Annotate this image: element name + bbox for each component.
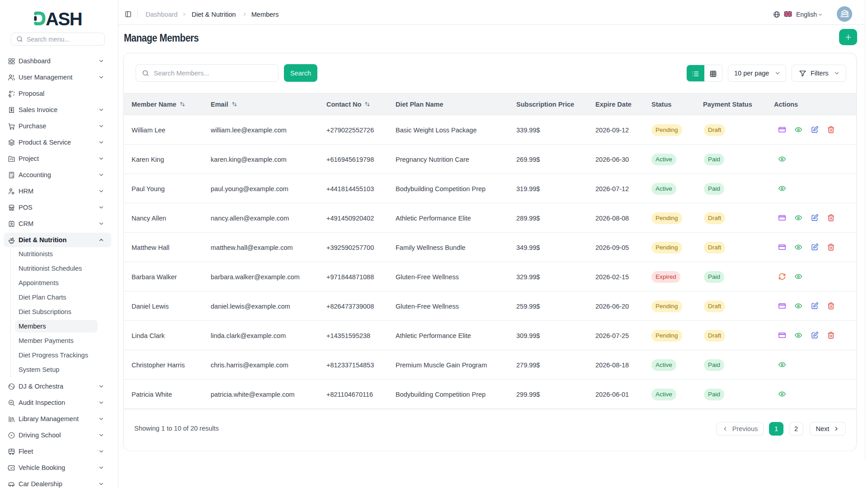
svg-text:ASH: ASH bbox=[46, 10, 82, 28]
